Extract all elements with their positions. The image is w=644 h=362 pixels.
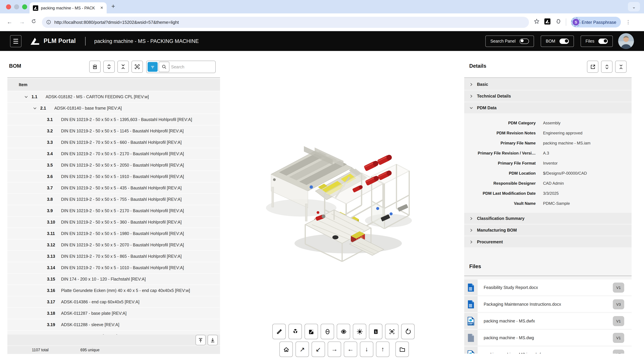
- viewer-home-button[interactable]: [280, 342, 293, 357]
- bom-fullscreen-button[interactable]: [132, 61, 143, 73]
- bom-tree-row[interactable]: 3.12DIN EN 10219-2 - 50 x 50 x 5 - 2070 …: [8, 239, 220, 250]
- bom-tree-row[interactable]: 3.19ADSK-011288 - sleeve [REV:A]: [8, 319, 220, 330]
- bom-jump-bottom-button[interactable]: [208, 335, 218, 345]
- window-minimize-button[interactable]: [14, 4, 19, 9]
- tab-search-chevron-icon[interactable]: ⌄: [628, 2, 640, 11]
- bom-download-button[interactable]: [89, 61, 100, 73]
- bom-tree-row[interactable]: 3.6DIN EN 10219-2 - 50 x 50 x 5 - 1910 -…: [8, 171, 220, 182]
- toggle-files-button[interactable]: Files: [580, 35, 613, 47]
- toggle-switch-icon[interactable]: [520, 38, 529, 44]
- window-close-button[interactable]: [6, 4, 11, 9]
- bom-jump-top-button[interactable]: [196, 335, 206, 345]
- viewer-measure-button[interactable]: [272, 324, 286, 339]
- section-manufacturing-bom[interactable]: Manufacturing BOM: [464, 225, 632, 236]
- viewer-pan-down-left-button[interactable]: ↙: [312, 342, 325, 357]
- chevron-down-icon[interactable]: [33, 106, 38, 110]
- bom-tree-row[interactable]: 3.11DIN EN 10219-2 - 50 x 50 x 5 - 1980 …: [8, 228, 220, 239]
- viewer-brightness-button[interactable]: [353, 324, 366, 339]
- bom-collapse-all-button[interactable]: [118, 61, 129, 73]
- section-pdm-data[interactable]: PDM Data: [464, 102, 632, 113]
- bom-tree-row[interactable]: 3.1DIN EN 10219-2 - 50 x 50 x 5 - 1395,6…: [8, 114, 220, 125]
- toggle-switch-icon[interactable]: [559, 38, 569, 44]
- section-technical-details[interactable]: Technical Details: [464, 90, 632, 102]
- pdm-field-label: Responsible Designer: [464, 181, 536, 186]
- new-tab-button[interactable]: +: [111, 3, 115, 10]
- bom-tree-row[interactable]: 1.1ADSK-018182 - MS - CARTON FEEDING CPL…: [8, 91, 220, 102]
- bookmark-star-icon[interactable]: [534, 18, 540, 26]
- svg-text:1: 1: [375, 330, 377, 334]
- autodesk-extension-icon[interactable]: [544, 18, 550, 26]
- extensions-puzzle-icon[interactable]: [555, 18, 561, 26]
- toggle-switch-icon[interactable]: [598, 38, 608, 44]
- back-icon[interactable]: ←: [7, 19, 12, 25]
- bom-tree-row[interactable]: 3.3DIN EN 10219-2 - 70 x 50 x 5 - 660 - …: [8, 137, 220, 148]
- bom-item-number: 1.1: [32, 94, 44, 99]
- site-info-icon[interactable]: [46, 19, 51, 25]
- viewer-pan-up-right-button[interactable]: ↗: [296, 342, 309, 357]
- 3d-model-canvas[interactable]: [264, 137, 418, 268]
- viewer-pan-left-button[interactable]: ←: [344, 342, 357, 357]
- section-basic[interactable]: Basic: [464, 79, 632, 90]
- bom-tree-row[interactable]: 3.9DIN EN 10219-2 - 50 x 50 x 5 - 2170 -…: [8, 205, 220, 216]
- viewer-fit-view-button[interactable]: [385, 324, 398, 339]
- file-version-badge: V5: [613, 350, 624, 354]
- viewer-orbit-button[interactable]: [401, 324, 414, 339]
- enter-passphrase-button[interactable]: S Enter Passphrase: [571, 17, 621, 27]
- viewer-explode-button[interactable]: [288, 324, 302, 339]
- bom-tree-row[interactable]: 3.18ADSK-011287 - base plate [REV:A]: [8, 308, 220, 319]
- file-row[interactable]: Feasibility Study Report.docxV1: [464, 280, 632, 295]
- toggle-search-panel-button[interactable]: Search Panel: [485, 35, 534, 47]
- viewer-pan-right-button[interactable]: →: [328, 342, 341, 357]
- hamburger-menu-button[interactable]: [10, 35, 22, 47]
- viewer-pan-up-button[interactable]: ↑: [376, 342, 390, 357]
- file-row[interactable]: packing machine - MS.dwgV1: [464, 330, 632, 346]
- address-bar[interactable]: http://localhost:8080/portal?dmsid=15202…: [42, 16, 529, 28]
- viewer-screenshot-button[interactable]: [304, 324, 318, 339]
- window-zoom-button[interactable]: [22, 4, 27, 9]
- details-open-external-button[interactable]: [587, 61, 598, 73]
- bom-tree-row[interactable]: 3.2DIN EN 10219-2 - 50 x 50 x 5 - 1145 -…: [8, 125, 220, 136]
- viewer-view-1-button[interactable]: 1: [369, 324, 382, 339]
- bom-tree-row[interactable]: 3.17ADSK-014386 - end cap 60x40x5 [REV:A…: [8, 296, 220, 307]
- section-classification-summary[interactable]: Classification Summary: [464, 213, 632, 224]
- bom-tree-row[interactable]: 3.8DIN EN 10219-2 - 50 x 50 x 5 - 755 - …: [8, 194, 220, 205]
- user-avatar[interactable]: [618, 33, 634, 49]
- bom-tree-row[interactable]: 3.14DIN EN 10219-2 - 70 x 50 x 5 - 1010 …: [8, 262, 220, 273]
- details-expand-all-button[interactable]: [601, 61, 612, 73]
- browser-tab[interactable]: packing machine - MS - PACK ✕: [30, 2, 107, 13]
- file-row[interactable]: DWFpacking machine - MS.dwfxV1: [464, 313, 632, 329]
- search-input[interactable]: [170, 64, 214, 69]
- search-button[interactable]: [159, 62, 170, 72]
- viewer-toolbar-row2: ↗↙→←↓↑: [280, 342, 409, 357]
- bom-tree-row[interactable]: 3.10DIN EN 10219-2 - 50 x 50 x 5 - 360 -…: [8, 217, 220, 228]
- viewer-pan-down-button[interactable]: ↓: [360, 342, 373, 357]
- file-row[interactable]: DWFpacking machine - MS.iam.dwfV5: [464, 347, 632, 354]
- bom-tree-row[interactable]: 3.16Platte Gerundete Ecken (mm) 40 x 40 …: [8, 285, 220, 296]
- toggle-bom-button[interactable]: BOM: [541, 35, 574, 47]
- collapse-all-icon: [618, 63, 624, 70]
- viewer-ghost-button[interactable]: [321, 324, 334, 339]
- bom-item-number: 3.8: [47, 197, 60, 202]
- bom-tree-row[interactable]: 2.1ADSK-018140 - base frame [REV:A]: [8, 103, 220, 114]
- bom-tree-row[interactable]: 3.13DIN EN 10219-2 - 70 x 50 x 5 - 865 -…: [8, 251, 220, 262]
- reload-icon[interactable]: [31, 18, 36, 26]
- bom-tree-row[interactable]: 3.20ADSK-011471 - cover [REV:A]: [8, 331, 220, 335]
- forward-icon[interactable]: →: [19, 19, 25, 25]
- open-external-icon: [590, 63, 596, 70]
- bom-tree-row[interactable]: 3.7DIN EN 10219-2 - 50 x 50 x 5 - 435 - …: [8, 182, 220, 193]
- viewer-folder-button[interactable]: [396, 342, 409, 357]
- filter-button[interactable]: [148, 62, 158, 72]
- viewer-visibility-button[interactable]: [337, 324, 350, 339]
- bom-expand-all-button[interactable]: [103, 61, 115, 73]
- tab-close-icon[interactable]: ✕: [100, 6, 103, 10]
- bom-tree-row[interactable]: 3.15DIN 174 - 200 x 10 - 120 - Flachstah…: [8, 274, 220, 285]
- section-procurement[interactable]: Procurement: [464, 236, 632, 247]
- bom-tree-row[interactable]: 3.5DIN EN 10219-2 - 50 x 50 x 5 - 2050 -…: [8, 160, 220, 171]
- bom-tree-row[interactable]: 3.4DIN EN 10219-2 - 70 x 50 x 5 - 2170 -…: [8, 148, 220, 159]
- header-toggles: Search PanelBOMFiles: [485, 35, 613, 47]
- chevron-down-icon[interactable]: [24, 95, 30, 99]
- file-row[interactable]: Packaging Maintenance Instructions.docxV…: [464, 296, 632, 312]
- browser-menu-dots-icon[interactable]: ⋮: [626, 19, 631, 25]
- bom-column-header[interactable]: Item: [8, 79, 220, 91]
- details-collapse-all-button[interactable]: [615, 61, 626, 73]
